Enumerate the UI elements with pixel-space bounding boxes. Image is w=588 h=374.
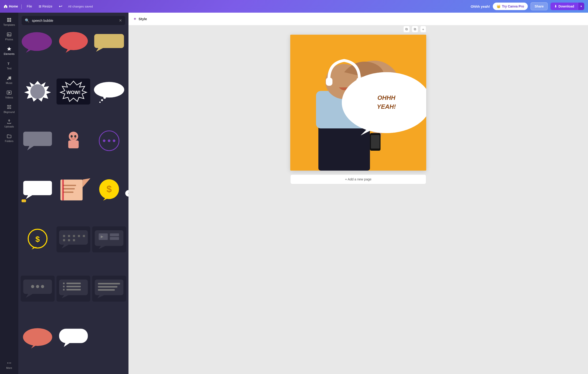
element-coral[interactable] [21,325,55,351]
try-pro-button[interactable]: 👑 Try Canva Pro [493,3,528,10]
share-button[interactable]: Share [531,2,548,10]
svg-point-72 [41,285,44,288]
svg-marker-82 [97,295,105,298]
element-spiky-bubble[interactable] [21,79,55,104]
svg-point-11 [7,363,8,364]
element-purple-bubble[interactable] [21,29,55,55]
svg-marker-19 [96,48,104,52]
sidebar-templates-label: Templates [3,23,15,26]
svg-marker-74 [62,295,69,298]
home-button[interactable]: Home [4,4,18,8]
search-bar-wrap: 🔍 ✕ [18,13,128,27]
canvas-scroll[interactable]: ⧉ ⧉ + [128,25,588,374]
element-tan-bubble[interactable] [92,29,126,55]
download-group: ⬇ Download ▾ [550,3,584,10]
sidebar-item-bkground[interactable]: Bkground [1,102,17,116]
element-character[interactable] [56,128,91,154]
svg-rect-18 [94,34,124,48]
element-wow-bubble[interactable]: WOW! [56,79,91,104]
element-note[interactable] [56,177,91,203]
frame-action-duplicate[interactable]: ⧉ [412,26,418,32]
svg-rect-55 [68,235,70,237]
element-dark-list[interactable] [56,276,91,301]
svg-rect-73 [59,279,88,295]
sidebar-item-templates[interactable]: Templates [1,15,17,29]
svg-rect-28 [23,132,52,146]
element-gray-rect-bubble[interactable] [21,128,55,154]
sidebar-item-music[interactable]: Music [1,73,17,87]
element-white-rect-bubble[interactable]: 👑 [21,177,55,203]
undo-button[interactable]: ↩ [57,3,64,10]
svg-marker-41 [83,178,90,187]
sidebar-item-videos[interactable]: Videos [1,88,17,101]
sidebar-item-more[interactable]: More [1,358,17,372]
download-button[interactable]: ⬇ Download [550,3,578,10]
element-dark-img[interactable] [92,226,126,252]
element-white-oval-bubble[interactable] [92,79,126,104]
svg-rect-91 [318,124,370,171]
sidebar-text-label: Text [7,67,11,70]
search-panel: 🔍 ✕ [18,13,128,374]
left-sidebar: Templates Photos Elements T Text Music V… [0,13,18,374]
download-caret-button[interactable]: ▾ [578,3,584,10]
element-dark-lines[interactable] [92,276,126,301]
svg-marker-10 [9,92,10,93]
svg-point-33 [74,135,76,137]
style-icon: ✦ [133,16,137,21]
element-white-plain[interactable] [56,325,91,351]
svg-point-36 [108,139,110,142]
svg-rect-83 [98,283,120,284]
frame-action-add[interactable]: + [420,26,426,32]
svg-point-21 [30,84,45,99]
sidebar-uploads-label: Uploads [4,125,14,128]
elements-grid: WOW! [18,27,128,374]
element-dollar-gold[interactable]: $ [92,177,126,203]
svg-marker-48 [103,198,108,201]
svg-rect-65 [110,233,119,236]
saved-status: All changes saved [68,5,93,8]
element-dots-circle[interactable] [92,128,126,154]
sidebar-elements-label: Elements [4,52,15,55]
sidebar-item-folders[interactable]: Folders [1,131,17,145]
svg-rect-77 [63,286,64,287]
svg-rect-0 [7,18,9,20]
svg-point-7 [7,79,9,80]
element-dark-3dots[interactable] [21,276,55,301]
sidebar-item-elements[interactable]: Elements [1,44,17,58]
sidebar-item-photos[interactable]: Photos [1,30,17,43]
element-dark-dots[interactable] [56,226,91,252]
resize-button[interactable]: ⊞ Resize [37,3,54,9]
svg-point-16 [59,32,88,50]
search-bar: 🔍 ✕ [21,16,125,25]
file-button[interactable]: File [25,3,34,9]
svg-rect-44 [63,192,74,193]
add-page-button[interactable]: + Add a new page [290,174,426,184]
svg-point-26 [101,99,103,101]
sidebar-item-text[interactable]: T Text [1,59,17,72]
crown-icon: 👑 [497,4,501,8]
element-dollar-outline[interactable]: $ [21,226,55,252]
svg-text:T: T [8,62,10,66]
svg-rect-4 [7,33,11,36]
frame-action-copy-page[interactable]: ⧉ [403,26,410,32]
element-red-bubble[interactable] [56,29,91,55]
svg-rect-60 [68,239,70,241]
search-input[interactable] [32,19,116,22]
svg-rect-64 [99,233,108,240]
style-bar: ✦ Style [128,13,588,25]
svg-rect-2 [7,20,9,22]
svg-rect-57 [78,235,80,237]
svg-rect-79 [63,289,64,290]
canvas-frame-actions: ⧉ ⧉ + [403,26,426,32]
canvas-frame[interactable]: OHHH YEAH! [290,35,426,171]
sidebar-folders-label: Folders [5,140,14,143]
sidebar-item-uploads[interactable]: Uploads [1,117,17,130]
svg-point-13 [10,363,11,364]
svg-rect-52 [59,230,88,244]
svg-marker-63 [99,245,106,249]
svg-rect-78 [66,286,81,287]
search-clear-button[interactable]: ✕ [119,18,122,23]
svg-point-96 [372,92,384,102]
svg-text:$: $ [107,184,112,194]
svg-rect-43 [63,188,74,190]
